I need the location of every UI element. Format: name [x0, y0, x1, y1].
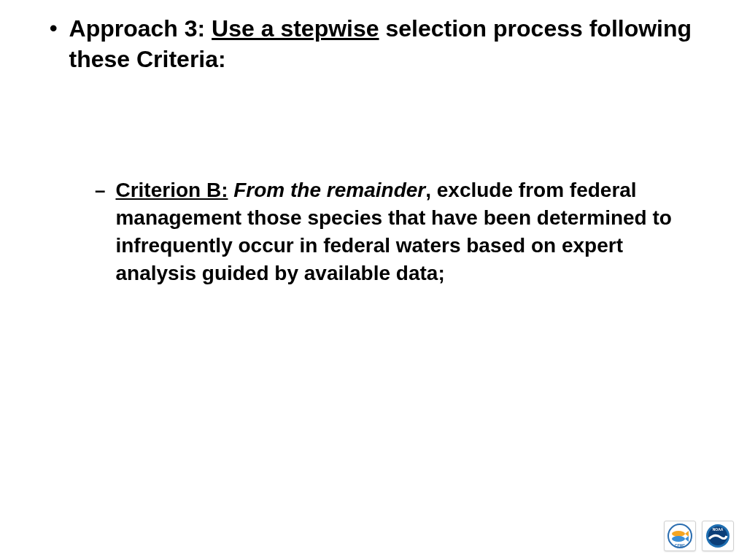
- svg-marker-2: [685, 531, 689, 537]
- cfmc-logo-icon: CFMC: [667, 523, 693, 549]
- svg-marker-4: [685, 536, 689, 542]
- criterion-text: Criterion B: From the remainder, exclude…: [115, 176, 703, 287]
- footer-logos: CFMC NOAA: [664, 521, 734, 551]
- cfmc-logo: CFMC: [664, 521, 696, 551]
- approach-bullet: • Approach 3: Use a stepwise selection p…: [50, 13, 711, 74]
- svg-point-1: [672, 531, 685, 537]
- criterion-block: – Criterion B: From the remainder, exclu…: [95, 176, 703, 287]
- slide: • Approach 3: Use a stepwise selection p…: [0, 0, 747, 560]
- svg-text:CFMC: CFMC: [675, 543, 686, 548]
- approach-prefix: Approach 3:: [69, 15, 212, 42]
- criterion-label: Criterion B:: [115, 179, 228, 201]
- criterion-italic: From the remainder: [228, 179, 425, 201]
- noaa-logo: NOAA: [702, 521, 734, 551]
- approach-text: Approach 3: Use a stepwise selection pro…: [69, 13, 711, 74]
- approach-underlined: Use a stepwise: [212, 15, 379, 42]
- bullet-marker-l1: •: [50, 13, 58, 44]
- criterion-bullet: – Criterion B: From the remainder, exclu…: [95, 176, 703, 287]
- svg-text:NOAA: NOAA: [713, 527, 724, 532]
- noaa-logo-icon: NOAA: [705, 523, 731, 549]
- bullet-marker-l2: –: [95, 176, 105, 204]
- svg-point-3: [672, 536, 685, 542]
